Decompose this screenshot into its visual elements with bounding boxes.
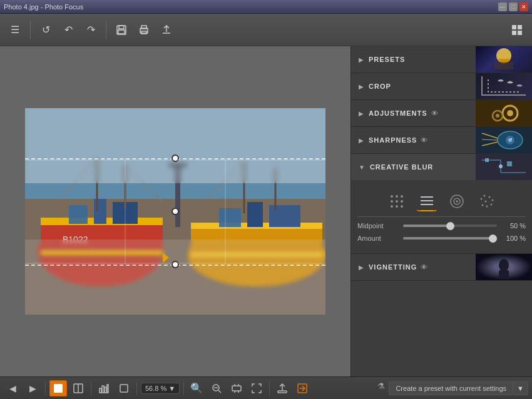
photo-image: B1022 bbox=[25, 108, 325, 315]
svg-rect-4 bbox=[141, 26, 146, 29]
statusbar: ◀ ▶ 56.8 % ▼ 🔍 bbox=[0, 376, 532, 399]
section-header-presets[interactable]: ▶ PRESETS bbox=[351, 46, 532, 73]
actual-size-button[interactable] bbox=[248, 380, 265, 396]
creative-blur-content: Midpoint 50 % Amount 100 % bbox=[351, 180, 532, 253]
redo-button[interactable]: ↷ bbox=[81, 20, 101, 40]
section-header-vignetting[interactable]: ▶ VIGNETTING 👁 bbox=[351, 254, 532, 280]
scroll-left-button[interactable]: ◀ bbox=[4, 380, 21, 396]
zoom-in-button[interactable]: 🔍 bbox=[188, 380, 205, 396]
close-button[interactable]: ✕ bbox=[519, 3, 528, 11]
toolbar: ☰ ↺ ↶ ↷ bbox=[0, 14, 532, 46]
export-button[interactable] bbox=[156, 20, 176, 40]
svg-rect-44 bbox=[476, 100, 532, 126]
svg-rect-102 bbox=[232, 386, 241, 391]
midpoint-slider[interactable] bbox=[403, 225, 497, 227]
section-header-adjustments[interactable]: ▶ ADJUSTMENTS 👁 bbox=[351, 100, 532, 126]
svg-point-64 bbox=[391, 195, 393, 198]
midpoint-value: 50 % bbox=[502, 222, 526, 230]
svg-point-81 bbox=[488, 196, 490, 198]
svg-rect-57 bbox=[476, 154, 532, 180]
menu-button[interactable]: ☰ bbox=[5, 20, 25, 40]
status-separator-5 bbox=[269, 381, 270, 395]
sharpness-arrow: ▶ bbox=[359, 137, 364, 144]
svg-point-79 bbox=[480, 198, 482, 200]
panel-arrow bbox=[163, 253, 169, 263]
svg-rect-36 bbox=[175, 164, 180, 227]
blur-type-grid-button[interactable] bbox=[417, 191, 437, 211]
fit-button[interactable] bbox=[228, 380, 245, 396]
svg-rect-5 bbox=[141, 31, 146, 34]
svg-rect-90 bbox=[499, 270, 509, 279]
blur-type-dots-button[interactable] bbox=[387, 191, 407, 211]
svg-rect-17 bbox=[41, 250, 163, 255]
svg-point-67 bbox=[391, 200, 393, 203]
svg-point-78 bbox=[456, 201, 458, 202]
svg-rect-19 bbox=[94, 199, 106, 224]
titlebar: Photo 4.jpg - Photo Focus — □ ✕ bbox=[0, 0, 532, 14]
svg-rect-9 bbox=[518, 31, 522, 35]
print-button[interactable] bbox=[134, 20, 154, 40]
section-sharpness: ▶ SHARPNESS 👁 bbox=[351, 127, 532, 154]
grid-view-button[interactable] bbox=[507, 20, 527, 40]
vignetting-eye-icon[interactable]: 👁 bbox=[421, 263, 427, 271]
section-header-crop[interactable]: ▶ CROP bbox=[351, 73, 532, 99]
crop-title: CROP bbox=[369, 83, 391, 90]
flask-icon: ⚗ bbox=[377, 381, 385, 395]
window-controls: — □ ✕ bbox=[498, 3, 528, 11]
svg-rect-96 bbox=[105, 387, 106, 393]
adjustments-eye-icon[interactable]: 👁 bbox=[431, 109, 438, 117]
section-creative-blur: ▼ CREATIVE BLUR bbox=[351, 154, 532, 254]
amount-slider[interactable] bbox=[403, 237, 497, 240]
blur-type-radial-button[interactable] bbox=[447, 191, 467, 211]
svg-rect-30 bbox=[269, 205, 300, 227]
minimize-button[interactable]: — bbox=[498, 3, 507, 11]
presets-thumbnail bbox=[476, 46, 532, 73]
scroll-right-button[interactable]: ▶ bbox=[24, 380, 41, 396]
creative-blur-title: CREATIVE BLUR bbox=[370, 163, 433, 171]
svg-point-71 bbox=[396, 205, 398, 208]
svg-rect-97 bbox=[107, 385, 108, 393]
main-layout: B1022 bbox=[0, 46, 532, 376]
zoom-out-button[interactable] bbox=[208, 380, 225, 396]
svg-point-89 bbox=[499, 259, 509, 271]
svg-point-68 bbox=[396, 200, 398, 203]
window-title: Photo 4.jpg - Photo Focus bbox=[4, 3, 83, 11]
amount-value: 100 % bbox=[502, 235, 526, 242]
maximize-button[interactable]: □ bbox=[509, 3, 518, 11]
undo-button[interactable]: ↺ bbox=[36, 20, 56, 40]
undo2-button[interactable]: ↶ bbox=[58, 20, 78, 40]
adjustments-arrow: ▶ bbox=[359, 110, 364, 117]
amount-label: Amount bbox=[357, 235, 398, 242]
single-view-button[interactable] bbox=[49, 380, 67, 396]
blur-type-scatter-button[interactable] bbox=[477, 191, 497, 211]
section-header-sharpness[interactable]: ▶ SHARPNESS 👁 bbox=[351, 127, 532, 153]
canvas-area[interactable]: B1022 bbox=[0, 46, 350, 376]
upload-button[interactable] bbox=[274, 380, 291, 396]
preset-dropdown-button[interactable]: ▼ bbox=[513, 381, 528, 395]
right-panel: ▶ PRESETS ▶ CROP bbox=[350, 46, 532, 376]
svg-rect-6 bbox=[512, 25, 516, 29]
save-button[interactable] bbox=[111, 20, 131, 40]
preset-create-area: ⚗ Create a preset with current settings … bbox=[377, 381, 528, 395]
svg-rect-107 bbox=[278, 391, 287, 393]
svg-point-80 bbox=[483, 195, 485, 197]
svg-rect-95 bbox=[102, 386, 104, 393]
import-button[interactable] bbox=[294, 380, 311, 396]
split-view-button[interactable] bbox=[69, 380, 87, 396]
section-header-creative-blur[interactable]: ▼ CREATIVE BLUR bbox=[351, 154, 532, 180]
zoom-dropdown-arrow[interactable]: ▼ bbox=[168, 385, 175, 392]
svg-rect-2 bbox=[118, 30, 125, 34]
status-separator-4 bbox=[183, 381, 184, 395]
svg-point-69 bbox=[401, 200, 403, 203]
crop-arrow: ▶ bbox=[359, 83, 364, 90]
crop-tool-button[interactable] bbox=[115, 380, 133, 396]
histogram-button[interactable] bbox=[95, 380, 113, 396]
svg-rect-37 bbox=[169, 163, 187, 167]
create-preset-button[interactable]: Create a preset with current settings bbox=[389, 381, 513, 395]
svg-rect-7 bbox=[518, 25, 522, 29]
presets-arrow: ▶ bbox=[359, 56, 364, 63]
svg-point-66 bbox=[401, 195, 403, 198]
sharpness-eye-icon[interactable]: 👁 bbox=[421, 136, 427, 144]
svg-rect-15 bbox=[41, 221, 163, 255]
section-adjustments: ▶ ADJUSTMENTS 👁 bbox=[351, 100, 532, 127]
